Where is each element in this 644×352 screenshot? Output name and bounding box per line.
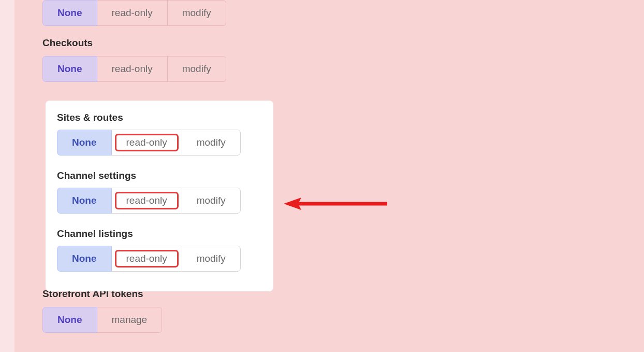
option-none[interactable]: None <box>57 130 112 156</box>
segmented-control-checkouts: None read-only modify <box>42 56 226 82</box>
option-none[interactable]: None <box>42 56 97 82</box>
option-modify[interactable]: modify <box>182 188 241 214</box>
option-read-only[interactable]: read-only <box>97 56 168 82</box>
option-none[interactable]: None <box>42 307 97 333</box>
permission-group-checkouts: Checkouts None read-only modify <box>14 37 644 82</box>
option-modify[interactable]: modify <box>182 130 241 156</box>
option-none[interactable]: None <box>57 246 112 272</box>
group-title-channel-settings: Channel settings <box>57 170 262 181</box>
segmented-control-storefront-api-tokens: None manage <box>42 307 162 333</box>
option-none[interactable]: None <box>57 188 112 214</box>
option-modify[interactable]: modify <box>168 0 226 26</box>
option-read-only[interactable]: read-only <box>112 246 182 272</box>
segmented-control-top: None read-only modify <box>42 0 226 26</box>
permission-group-channel-listings: Channel listings None read-only modify <box>57 228 262 272</box>
annotation-arrow-icon <box>284 196 387 212</box>
permission-group-channel-settings: Channel settings None read-only modify <box>57 170 262 214</box>
page-content: None read-only modify Checkouts None rea… <box>14 0 644 352</box>
option-read-only[interactable]: read-only <box>112 188 182 214</box>
permission-group-storefront-api-tokens: Storefront API tokens None manage <box>14 288 644 333</box>
permission-group-sites-routes: Sites & routes None read-only modify <box>57 112 262 156</box>
option-manage[interactable]: manage <box>97 307 163 333</box>
option-none[interactable]: None <box>42 0 97 26</box>
svg-marker-1 <box>284 198 301 210</box>
page-left-margin <box>0 0 14 352</box>
segmented-control-channel-settings: None read-only modify <box>57 188 241 214</box>
option-modify[interactable]: modify <box>182 246 241 272</box>
segmented-control-sites-routes: None read-only modify <box>57 130 241 156</box>
group-title-checkouts: Checkouts <box>42 37 644 49</box>
option-modify[interactable]: modify <box>168 56 226 82</box>
annotation-highlight-card: Sites & routes None read-only modify Cha… <box>46 101 273 291</box>
group-title-channel-listings: Channel listings <box>57 228 262 240</box>
permission-group-top: None read-only modify <box>14 0 644 26</box>
segmented-control-channel-listings: None read-only modify <box>57 246 241 272</box>
group-title-sites-routes: Sites & routes <box>57 112 262 123</box>
option-read-only[interactable]: read-only <box>97 0 168 26</box>
option-read-only[interactable]: read-only <box>112 130 182 156</box>
